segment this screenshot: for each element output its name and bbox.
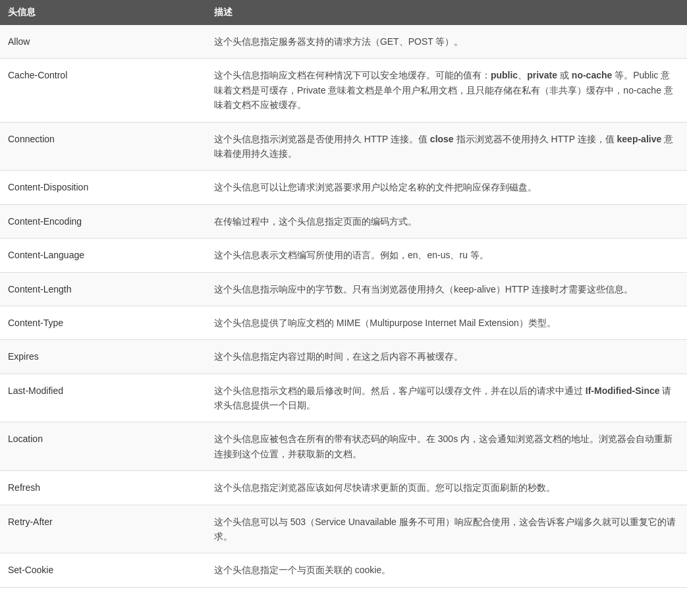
description-cell: 这个头信息指定内容过期的时间，在这之后内容不再被缓存。 <box>206 340 687 374</box>
description-cell: 这个头信息提供了响应文档的 MIME（Multipurpose Internet… <box>206 306 687 339</box>
description-cell: 这个头信息可以让您请求浏览器要求用户以给定名称的文件把响应保存到磁盘。 <box>206 171 687 204</box>
table-row: Content-Length这个头信息指示响应中的字节数。只有当浏览器使用持久（… <box>0 272 687 306</box>
col-header-desc: 描述 <box>206 0 687 25</box>
description-cell: 这个头信息指示响应中的字节数。只有当浏览器使用持久（keep-alive）HTT… <box>206 272 687 306</box>
header-cell: Allow <box>0 25 206 59</box>
table-row: Allow这个头信息指定服务器支持的请求方法（GET、POST 等）。 <box>0 25 687 59</box>
header-cell: Content-Disposition <box>0 171 206 204</box>
table-row: Location这个头信息应被包含在所有的带有状态码的响应中。在 300s 内，… <box>0 422 687 471</box>
table-row: Connection这个头信息指示浏览器是否使用持久 HTTP 连接。值 clo… <box>0 122 687 171</box>
description-cell: 这个头信息指示浏览器是否使用持久 HTTP 连接。值 close 指示浏览器不使… <box>206 122 687 171</box>
header-cell: Content-Encoding <box>0 204 206 238</box>
header-cell: Connection <box>0 122 206 171</box>
header-cell: Location <box>0 422 206 471</box>
table-row: Set-Cookie这个头信息指定一个与页面关联的 cookie。 <box>0 553 687 587</box>
description-cell: 这个头信息应被包含在所有的带有状态码的响应中。在 300s 内，这会通知浏览器文… <box>206 422 687 471</box>
description-cell: 这个头信息表示文档编写所使用的语言。例如，en、en-us、ru 等。 <box>206 238 687 272</box>
description-cell: 在传输过程中，这个头信息指定页面的编码方式。 <box>206 204 687 238</box>
table-row: Content-Type这个头信息提供了响应文档的 MIME（Multipurp… <box>0 306 687 339</box>
header-cell: Set-Cookie <box>0 553 206 587</box>
table-row: Content-Disposition这个头信息可以让您请求浏览器要求用户以给定… <box>0 171 687 204</box>
header-cell: Retry-After <box>0 505 206 553</box>
header-cell: Content-Language <box>0 238 206 272</box>
headers-table: 头信息 描述 Allow这个头信息指定服务器支持的请求方法（GET、POST 等… <box>0 0 687 588</box>
table-row: Refresh这个头信息指定浏览器应该如何尽快请求更新的页面。您可以指定页面刷新… <box>0 471 687 505</box>
table-row: Retry-After这个头信息可以与 503（Service Unavaila… <box>0 505 687 553</box>
col-header-name: 头信息 <box>0 0 206 25</box>
description-cell: 这个头信息指定一个与页面关联的 cookie。 <box>206 553 687 587</box>
table-row: Last-Modified这个头信息指示文档的最后修改时间。然后，客户端可以缓存… <box>0 374 687 422</box>
table-row: Cache-Control这个头信息指响应文档在何种情况下可以安全地缓存。可能的… <box>0 59 687 122</box>
description-cell: 这个头信息指定浏览器应该如何尽快请求更新的页面。您可以指定页面刷新的秒数。 <box>206 471 687 505</box>
header-cell: Refresh <box>0 471 206 505</box>
description-cell: 这个头信息指定服务器支持的请求方法（GET、POST 等）。 <box>206 25 687 59</box>
header-cell: Expires <box>0 340 206 374</box>
header-cell: Content-Type <box>0 306 206 339</box>
table-row: Content-Language这个头信息表示文档编写所使用的语言。例如，en、… <box>0 238 687 272</box>
header-cell: Content-Length <box>0 272 206 306</box>
description-cell: 这个头信息可以与 503（Service Unavailable 服务不可用）响… <box>206 505 687 553</box>
table-row: Content-Encoding在传输过程中，这个头信息指定页面的编码方式。 <box>0 204 687 238</box>
header-cell: Last-Modified <box>0 374 206 422</box>
description-cell: 这个头信息指响应文档在何种情况下可以安全地缓存。可能的值有：public、pri… <box>206 59 687 122</box>
table-row: Expires这个头信息指定内容过期的时间，在这之后内容不再被缓存。 <box>0 340 687 374</box>
header-cell: Cache-Control <box>0 59 206 122</box>
description-cell: 这个头信息指示文档的最后修改时间。然后，客户端可以缓存文件，并在以后的请求中通过… <box>206 374 687 422</box>
